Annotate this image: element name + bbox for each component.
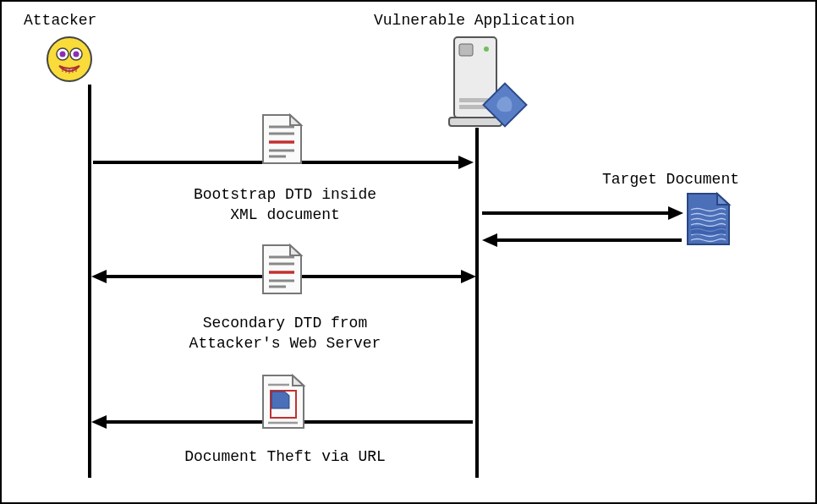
m3-arrowhead (91, 415, 107, 429)
m1-caption: Bootstrap DTD inside XML document (150, 184, 420, 226)
m3-caption: Document Theft via URL (137, 446, 433, 467)
m1-text-l2: XML document (230, 206, 340, 223)
vulnerable-app-label: Vulnerable Application (374, 12, 575, 29)
attacker-face-icon (44, 34, 95, 89)
svg-point-4 (74, 52, 80, 58)
target-doc-label: Target Document (602, 171, 739, 188)
m2-arrowhead-right (461, 270, 476, 283)
m2-arrowhead-left (91, 270, 107, 283)
svg-point-0 (47, 37, 91, 81)
m3-text-l1: Document Theft via URL (184, 448, 386, 465)
m2-document-icon (259, 242, 305, 301)
svg-rect-17 (691, 227, 726, 234)
m1-text-l1: Bootstrap DTD inside (194, 186, 376, 203)
m1-document-icon (259, 112, 305, 171)
target-response-arrowhead (482, 233, 497, 247)
target-request-arrow (482, 211, 670, 215)
m2-text-l1: Secondary DTD from (203, 315, 367, 331)
target-document-icon (685, 191, 732, 251)
m2-text-l2: Attacker's Web Server (189, 335, 381, 352)
svg-point-2 (60, 52, 66, 58)
server-icon (446, 30, 530, 136)
target-response-arrow (497, 238, 682, 242)
m3-document-theft-icon (259, 372, 308, 436)
svg-point-14 (484, 47, 489, 52)
target-request-arrowhead (668, 206, 683, 220)
m2-caption: Secondary DTD from Attacker's Web Server (150, 313, 420, 354)
svg-rect-15 (449, 118, 502, 126)
xxe-sequence-diagram: Attacker Vulnerable Application Target D… (0, 0, 817, 504)
svg-rect-11 (459, 44, 473, 56)
attacker-label: Attacker (24, 12, 96, 29)
m1-arrowhead (458, 156, 474, 169)
app-lifeline (475, 128, 479, 478)
